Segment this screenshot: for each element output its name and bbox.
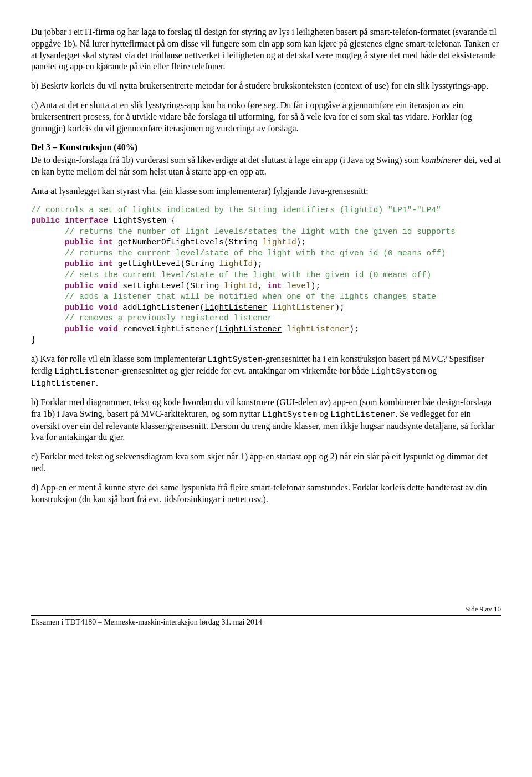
code-end: ); bbox=[253, 259, 262, 268]
code-close: } bbox=[31, 335, 36, 344]
qa-text: . bbox=[96, 378, 98, 387]
code-type: LightListener bbox=[204, 303, 267, 312]
code-param: lightId bbox=[219, 259, 253, 268]
qa-code-ll: LightListener bbox=[54, 367, 119, 376]
code-text bbox=[282, 282, 287, 290]
code-end: ); bbox=[296, 238, 306, 247]
code-text bbox=[267, 303, 272, 312]
code-fn: addLightListener( bbox=[118, 303, 205, 312]
page-footer: Side 9 av 10 Eksamen i TDT4180 – Mennesk… bbox=[31, 605, 501, 627]
intro-paragraph: Du jobbar i eit IT-firma og har laga to … bbox=[31, 27, 501, 73]
question-3b: b) Forklar med diagrammer, tekst og kode… bbox=[31, 397, 501, 443]
code-kw: public interface bbox=[31, 216, 108, 225]
code-type: LightListener bbox=[219, 325, 282, 334]
code-param: lightListener bbox=[287, 325, 349, 334]
qa-code-ls: LightSystem bbox=[208, 355, 263, 365]
code-end: ); bbox=[311, 282, 320, 290]
code-comment-2: // returns the number of light levels/st… bbox=[65, 227, 456, 236]
code-text bbox=[282, 325, 287, 334]
del3-text-a: De to design-forslaga frå 1b) vurderast … bbox=[31, 155, 421, 165]
code-param: lightId bbox=[263, 238, 296, 247]
qa-text: a) Kva for rolle vil ein klasse som impl… bbox=[31, 354, 208, 364]
del3-intro: De to design-forslaga frå 1b) vurderast … bbox=[31, 155, 501, 178]
question-3a: a) Kva for rolle vil ein klasse som impl… bbox=[31, 354, 501, 390]
code-block-lightsystem: // controls a set of lights indicated by… bbox=[31, 205, 501, 346]
code-fn: setLightLevel(String bbox=[118, 282, 224, 290]
code-text: , bbox=[258, 282, 267, 290]
qb-code-ll: LightListener bbox=[330, 410, 395, 420]
footer-exam-info: Eksamen i TDT4180 – Menneske-maskin-inte… bbox=[31, 617, 262, 627]
question-2c: c) Anta at det er slutta at en slik lyss… bbox=[31, 100, 501, 134]
question-3c: c) Forklar med tekst og sekvensdiagram k… bbox=[31, 451, 501, 474]
code-kw: public int bbox=[65, 259, 113, 268]
qa-code-ls2: LightSystem bbox=[371, 367, 426, 376]
code-param: lightListener bbox=[272, 303, 335, 312]
question-3d: d) App-en er ment å kunne styre dei same… bbox=[31, 482, 501, 505]
code-comment-6: // removes a previously registered liste… bbox=[65, 314, 272, 323]
code-comment-1: // controls a set of lights indicated by… bbox=[31, 206, 441, 214]
code-end: ); bbox=[349, 325, 359, 334]
code-param: level bbox=[287, 282, 311, 290]
code-comment-5: // adds a listener that will be notified… bbox=[65, 292, 436, 301]
code-kw: public void bbox=[65, 282, 118, 290]
qa-text: og bbox=[426, 366, 437, 375]
code-kw: public void bbox=[65, 303, 118, 312]
footer-divider bbox=[31, 615, 501, 616]
code-fn: getLightLevel(String bbox=[113, 259, 219, 268]
code-kw: public int bbox=[65, 238, 113, 247]
section-del3-title: Del 3 – Konstruksjon (40%) bbox=[31, 142, 501, 154]
question-2b: b) Beskriv korleis du vil nytta brukerse… bbox=[31, 80, 501, 92]
del3-assume: Anta at lysanlegget kan styrast vha. (ei… bbox=[31, 186, 501, 197]
code-comment-4: // sets the current level/state of the l… bbox=[65, 270, 431, 279]
code-comment-3: // returns the current level/state of th… bbox=[65, 249, 446, 258]
code-fn: getNumberOfLightLevels(String bbox=[113, 238, 263, 247]
code-kw: public void bbox=[65, 325, 118, 334]
code-classname: LightSystem { bbox=[108, 216, 176, 225]
code-kw: int bbox=[267, 282, 282, 290]
del3-text-italic: kombinerer bbox=[421, 155, 462, 165]
code-fn: removeLightListener( bbox=[118, 325, 219, 334]
qa-code-ll2: LightListener bbox=[31, 379, 96, 388]
code-param: lightId bbox=[224, 282, 258, 290]
qa-text: -grensesnittet og gjer reidde for evt. a… bbox=[119, 366, 371, 375]
qb-text: og bbox=[317, 409, 330, 418]
footer-page-number: Side 9 av 10 bbox=[31, 605, 501, 614]
qb-code-ls: LightSystem bbox=[262, 410, 317, 420]
code-end: ); bbox=[335, 303, 344, 312]
